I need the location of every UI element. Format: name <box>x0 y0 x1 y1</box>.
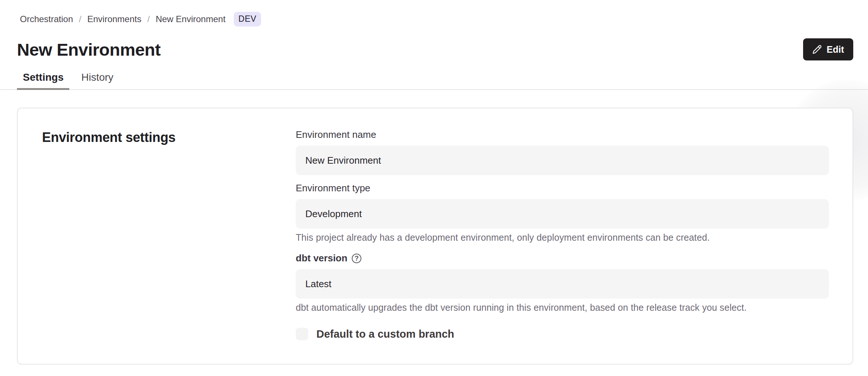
breadcrumb: Orchestration / Environments / New Envir… <box>0 0 868 27</box>
field-dbt-version: dbt version ? dbt automatically upgrades… <box>296 253 829 313</box>
card-heading-column: Environment settings <box>42 129 296 340</box>
breadcrumb-item-environments[interactable]: Environments <box>87 14 142 24</box>
dbt-version-input[interactable] <box>296 269 829 299</box>
page-title: New Environment <box>17 39 160 60</box>
environment-type-input[interactable] <box>296 199 829 229</box>
page-header: New Environment Edit <box>17 38 853 60</box>
breadcrumb-item-new-environment[interactable]: New Environment <box>156 14 225 24</box>
pencil-icon <box>812 45 822 54</box>
tab-history[interactable]: History <box>75 69 119 89</box>
breadcrumb-separator: / <box>79 14 81 24</box>
card-heading: Environment settings <box>42 130 296 145</box>
breadcrumb-separator: / <box>147 14 150 24</box>
environment-settings-card: Environment settings Environment name En… <box>17 108 853 365</box>
custom-branch-row: Default to a custom branch <box>296 328 829 340</box>
tab-settings[interactable]: Settings <box>17 69 69 89</box>
edit-button-label: Edit <box>827 44 844 55</box>
field-environment-type: Environment type This project already ha… <box>296 182 829 243</box>
custom-branch-label[interactable]: Default to a custom branch <box>316 328 454 340</box>
help-icon[interactable]: ? <box>352 254 361 263</box>
custom-branch-checkbox[interactable] <box>296 328 308 340</box>
field-environment-name: Environment name <box>296 129 829 175</box>
tab-bar: Settings History <box>0 69 868 90</box>
dbt-version-label: dbt version <box>296 253 347 264</box>
breadcrumb-item-orchestration[interactable]: Orchestration <box>20 14 73 24</box>
edit-button[interactable]: Edit <box>803 38 853 60</box>
dbt-version-helper: dbt automatically upgrades the dbt versi… <box>296 302 829 313</box>
environment-name-label: Environment name <box>296 129 829 140</box>
environment-type-label: Environment type <box>296 182 829 194</box>
environment-settings-form: Environment name Environment type This p… <box>296 129 829 340</box>
environment-name-input[interactable] <box>296 146 829 175</box>
environment-type-helper: This project already has a development e… <box>296 232 829 243</box>
environment-dev-badge: DEV <box>234 12 261 27</box>
